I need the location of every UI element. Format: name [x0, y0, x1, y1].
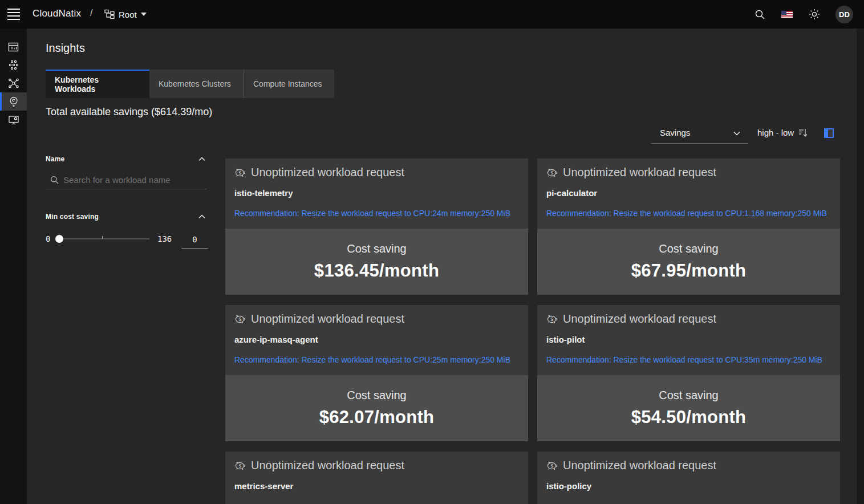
sidebar-item-topology[interactable]: [0, 74, 27, 92]
tab-kubernetes-workloads[interactable]: Kubernetes Workloads: [46, 70, 149, 98]
user-avatar[interactable]: DD: [835, 6, 853, 23]
collapse-mincost-chevron-up-icon[interactable]: [198, 214, 205, 219]
sort-descending-icon: [798, 128, 809, 137]
workload-name: istio-telemetry: [234, 188, 519, 198]
cost-saving-amount: $54.50/month: [631, 407, 747, 428]
workload-name: istio-policy: [546, 481, 831, 491]
workload-name: metrics-server: [234, 481, 519, 491]
cost-saving-footer: Cost saving $62.07/month: [225, 375, 528, 441]
insight-cards-grid: $ Unoptimized workload request istio-tel…: [225, 158, 840, 504]
cost-saving-label: Cost saving: [347, 389, 407, 402]
svg-text:$: $: [238, 463, 241, 469]
layout-view-toggle-icon[interactable]: [824, 128, 834, 138]
page-scrollbar[interactable]: [857, 29, 864, 504]
piggy-bank-icon: $: [546, 167, 558, 178]
cost-saving-label: Cost saving: [347, 242, 407, 255]
lightbulb-icon: [8, 96, 19, 107]
recommendation-link[interactable]: Recommendation: Resize the workload requ…: [546, 355, 831, 365]
svg-text:$: $: [550, 170, 553, 176]
topbar-actions: DD: [753, 0, 853, 29]
cost-saving-footer: Cost saving $136.45/month: [225, 229, 528, 295]
insight-card[interactable]: $ Unoptimized workload request istio-pol…: [537, 452, 840, 504]
cost-saving-footer: Cost saving $54.50/month: [537, 375, 840, 441]
chevron-down-icon: [141, 13, 147, 16]
svg-text:$: $: [550, 316, 553, 322]
monitor-gear-icon: [8, 114, 19, 125]
breadcrumb-separator: /: [90, 8, 92, 18]
card-title: Unoptimized workload request: [251, 459, 404, 472]
tab-kubernetes-clusters[interactable]: Kubernetes Clusters: [149, 70, 244, 98]
svg-text:$: $: [550, 463, 553, 469]
app-screen: CloudNatix / Root: [0, 0, 864, 504]
sidebar-item-insights[interactable]: [0, 92, 27, 111]
card-title: Unoptimized workload request: [251, 166, 404, 179]
brand-name[interactable]: CloudNatix: [33, 8, 81, 19]
insight-tabs: Kubernetes Workloads Kubernetes Clusters…: [46, 70, 334, 98]
slider-min-value: 0: [46, 234, 50, 243]
collapse-name-chevron-up-icon[interactable]: [198, 157, 205, 161]
cost-saving-amount: $67.95/month: [631, 261, 747, 281]
page-title: Insights: [46, 42, 85, 55]
search-icon[interactable]: [753, 8, 766, 21]
card-title: Unoptimized workload request: [563, 166, 716, 179]
sort-order-label: high - low: [757, 128, 794, 137]
org-label: Root: [119, 10, 137, 19]
cost-saving-amount: $136.45/month: [314, 261, 439, 281]
language-flag-icon[interactable]: [781, 8, 793, 21]
svg-text:$: $: [238, 316, 241, 322]
piggy-bank-icon: $: [234, 460, 246, 472]
card-title: Unoptimized workload request: [563, 459, 716, 472]
min-cost-slider-handle[interactable]: [55, 235, 63, 243]
workload-name: azure-ip-masq-agent: [234, 335, 519, 344]
network-topology-icon: [8, 78, 19, 89]
workload-name: pi-calculator: [546, 188, 831, 198]
workload-search: [46, 170, 206, 189]
total-savings-text: Total available savings ($614.39/mo): [46, 106, 212, 118]
piggy-bank-icon: $: [546, 460, 558, 472]
min-cost-input[interactable]: [181, 231, 208, 249]
sidebar-item-dashboard[interactable]: [0, 38, 27, 56]
dashboard-icon: [8, 42, 19, 52]
slider-mid-tick: [102, 236, 103, 239]
sidebar-item-workloads[interactable]: [0, 56, 27, 74]
workload-name: istio-pilot: [546, 335, 831, 344]
piggy-bank-icon: $: [546, 314, 558, 325]
recommendation-link[interactable]: Recommendation: Resize the workload requ…: [234, 355, 519, 365]
slider-max-value: 136: [157, 234, 172, 243]
menu-icon[interactable]: [7, 9, 20, 20]
cost-saving-label: Cost saving: [659, 242, 719, 255]
min-cost-label: Min cost saving: [46, 213, 99, 221]
sidebar-nav: [0, 29, 27, 504]
sidebar-item-system-settings[interactable]: [0, 111, 27, 129]
top-bar: CloudNatix / Root: [0, 0, 864, 29]
dots-grid-icon: [8, 59, 19, 71]
tab-compute-instances[interactable]: Compute Instances: [244, 70, 334, 98]
insight-card[interactable]: $ Unoptimized workload request metrics-s…: [225, 452, 528, 504]
search-icon: [50, 176, 59, 184]
recommendation-link[interactable]: Recommendation: Resize the workload requ…: [234, 208, 519, 218]
chevron-down-icon: [733, 131, 740, 136]
piggy-bank-icon: $: [234, 167, 246, 178]
card-title: Unoptimized workload request: [251, 312, 404, 326]
search-input[interactable]: [63, 170, 204, 189]
insight-card[interactable]: $ Unoptimized workload request istio-tel…: [225, 158, 528, 295]
sort-order-button[interactable]: high - low: [757, 128, 809, 137]
filter-name-label: Name: [46, 155, 64, 163]
insight-card[interactable]: $ Unoptimized workload request istio-pil…: [537, 305, 840, 441]
cost-saving-amount: $62.07/month: [319, 407, 435, 428]
cost-saving-label: Cost saving: [659, 389, 719, 402]
org-tree-icon: [104, 9, 115, 19]
insight-card[interactable]: $ Unoptimized workload request pi-calcul…: [537, 158, 840, 295]
theme-toggle-sun-icon[interactable]: [808, 8, 821, 21]
org-selector[interactable]: Root: [104, 6, 147, 23]
card-title: Unoptimized workload request: [563, 312, 716, 326]
cost-saving-footer: Cost saving $67.95/month: [537, 229, 840, 295]
piggy-bank-icon: $: [234, 314, 246, 325]
sort-by-value: Savings: [660, 128, 690, 137]
svg-text:$: $: [238, 170, 241, 176]
insight-card[interactable]: $ Unoptimized workload request azure-ip-…: [225, 305, 528, 441]
sort-by-select[interactable]: Savings: [651, 123, 748, 144]
recommendation-link[interactable]: Recommendation: Resize the workload requ…: [546, 208, 831, 218]
